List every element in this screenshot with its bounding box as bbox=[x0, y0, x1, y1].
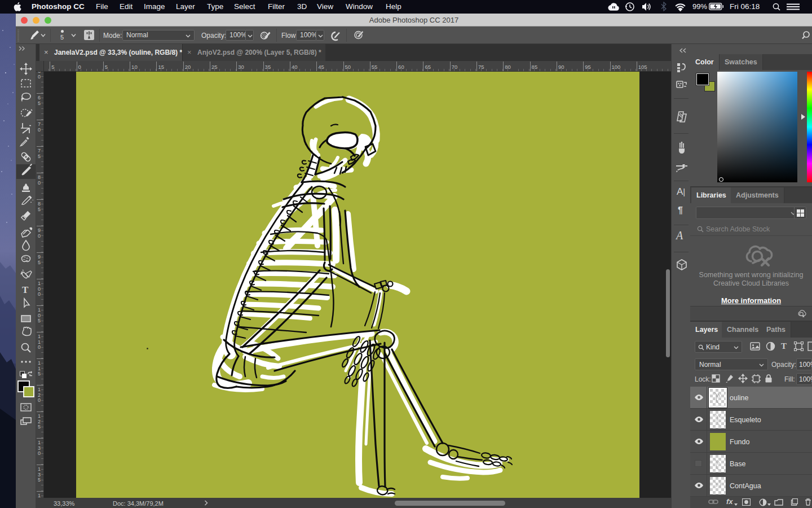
svg-text:T: T bbox=[22, 284, 29, 295]
